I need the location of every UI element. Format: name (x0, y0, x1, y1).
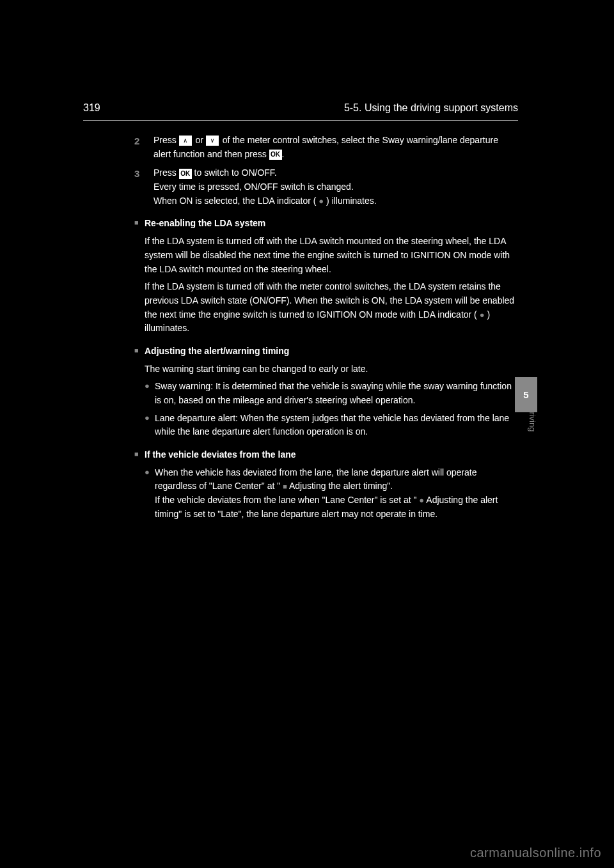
square-bullet-icon: ■ (134, 448, 145, 461)
indicator-dot-icon: ● (480, 310, 485, 320)
step-2-row: 2 Press ∧ or ∨ of the meter control swit… (134, 134, 518, 161)
ok-button-icon: OK (179, 169, 192, 179)
heading-reenabling-text: Re-enabling the LDA system (145, 217, 265, 231)
square-bullet-icon: ■ (134, 345, 145, 357)
heading-adjusting-text: Adjusting the alert/warning timing (145, 345, 289, 359)
content-body: 2 Press ∧ or ∨ of the meter control swit… (83, 134, 518, 522)
step-2-text-before: Press (154, 135, 179, 145)
step-3-number: 3 (134, 166, 154, 181)
section-name: 5-5. Using the driving support systems (344, 102, 518, 114)
bullet3-after: If the vehicle deviates from the lane wh… (155, 495, 416, 505)
indicator-dot-icon: ● (419, 495, 424, 505)
page-number: 319 (83, 102, 100, 114)
header-row: 319 5-5. Using the driving support syste… (83, 102, 518, 121)
bullet-sway-warning: ● Sway warning: It is determined that th… (145, 380, 518, 407)
bullet-deviates: ● When the vehicle has deviated from the… (145, 466, 518, 522)
step-3-sub: Every time is pressed, ON/OFF switch is … (154, 180, 518, 194)
ok-button-icon: OK (269, 150, 282, 160)
step-2-body: Press ∧ or ∨ of the meter control switch… (154, 134, 518, 161)
para-reenabling-2: If the LDA system is turned off with the… (145, 280, 518, 336)
up-arrow-icon: ∧ (179, 136, 192, 146)
dot-bullet-icon: ● (145, 380, 155, 392)
inline-square-icon: ■ (283, 483, 287, 490)
heading-adjusting: ■ Adjusting the alert/warning timing (134, 345, 518, 359)
step-3-text-after: to switch to ON/OFF. (194, 167, 277, 178)
bullet3-mid: Adjusting the alert timing". (289, 481, 393, 491)
chapter-number: 5 (523, 389, 528, 400)
bullet-lane-departure: ● Lane departure alert: When the system … (145, 412, 518, 439)
step-3-note-before: When ON is selected, the LDA indicator ( (154, 196, 316, 206)
heading-reenabling: ■ Re-enabling the LDA system (134, 217, 518, 231)
dot-bullet-icon: ● (145, 412, 155, 424)
step-2-number: 2 (134, 134, 154, 148)
square-bullet-icon: ■ (134, 217, 145, 229)
step-3-note: When ON is selected, the LDA indicator (… (154, 194, 518, 208)
heading-deviates: ■ If the vehicle deviates from the lane (134, 448, 518, 462)
bullet-sway-text: Sway warning: It is determined that the … (155, 380, 518, 407)
para-reenabling-1: If the LDA system is turned off with the… (145, 235, 518, 276)
indicator-dot-icon: ● (319, 196, 324, 206)
step-2-text-mid: or (196, 135, 206, 145)
para2-before: If the LDA system is turned off with the… (145, 281, 514, 319)
bullet-lane-text: Lane departure alert: When the system ju… (155, 412, 518, 439)
dot-bullet-icon: ● (145, 466, 155, 479)
chapter-label: Driving (528, 406, 537, 428)
step-3-text-before: Press (154, 167, 179, 178)
para-adjusting: The warning start timing can be changed … (145, 362, 518, 376)
step-3-note-after: ) illuminates. (326, 196, 377, 206)
step-3-row: 3 Press OK to switch to ON/OFF. Every ti… (134, 166, 518, 208)
watermark-text: carmanualsonline.info (470, 846, 601, 860)
heading-deviates-text: If the vehicle deviates from the lane (145, 448, 296, 462)
step-2-period: . (282, 149, 285, 159)
down-arrow-icon: ∨ (206, 136, 219, 146)
bullet-deviates-body: When the vehicle has deviated from the l… (155, 466, 518, 522)
step-3-body: Press OK to switch to ON/OFF. Every time… (154, 166, 518, 208)
